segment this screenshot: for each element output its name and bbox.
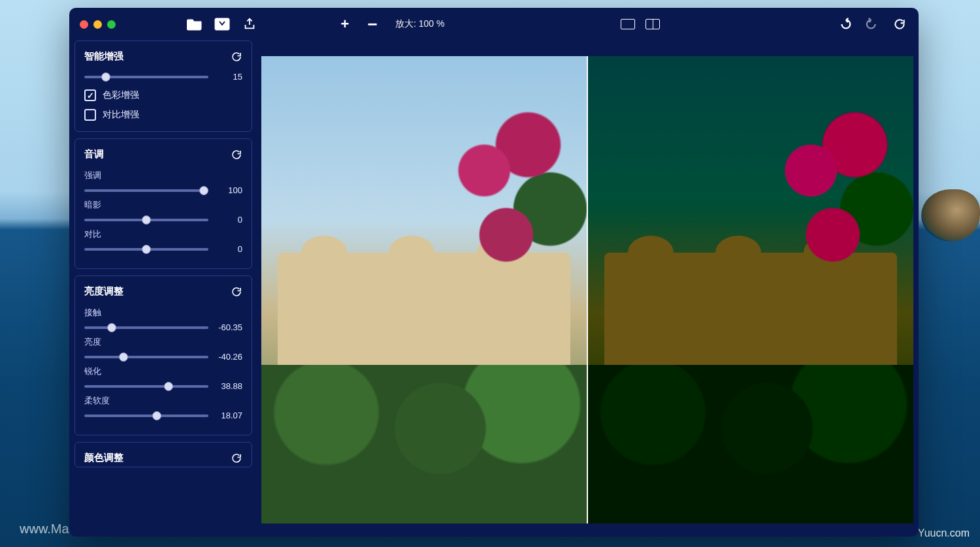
revert-button[interactable] <box>891 17 908 31</box>
slider-label: 接触 <box>84 307 242 319</box>
slider-label: 强调 <box>84 170 242 181</box>
reset-icon[interactable] <box>231 51 242 63</box>
panel-title: 亮度调整 <box>84 285 123 298</box>
panel-smart-enhance: 智能增强 15 色彩增强 <box>74 40 252 132</box>
checkbox-label: 对比增强 <box>103 109 139 121</box>
slider-value: 0 <box>214 215 242 225</box>
titlebar: + + − 放大: 100 % <box>69 8 919 40</box>
desktop-island <box>921 189 980 242</box>
checkbox-color-enhance[interactable]: 色彩增强 <box>84 89 242 101</box>
panel-brightness: 亮度调整 接触 -60.35 亮度 <box>74 275 252 435</box>
brightness-slider[interactable] <box>84 356 208 358</box>
reset-icon[interactable] <box>231 452 242 464</box>
maximize-window-button[interactable] <box>107 20 116 29</box>
sidebar[interactable]: 智能增强 15 色彩增强 <box>74 40 252 531</box>
close-window-button[interactable] <box>80 20 88 29</box>
slider-value: 15 <box>214 72 242 82</box>
window-controls <box>80 20 116 29</box>
preview-area <box>261 40 913 531</box>
split-view-button[interactable] <box>645 19 660 29</box>
checkbox-label: 色彩增强 <box>103 89 139 101</box>
checkbox-contrast-enhance[interactable]: 对比增强 <box>84 109 242 121</box>
redo-button[interactable] <box>864 17 881 31</box>
slider-value: 100 <box>214 185 242 195</box>
zoom-toolbar-group: + − 放大: 100 % <box>336 17 444 31</box>
zoom-in-button[interactable]: + <box>336 17 353 31</box>
file-toolbar-group: + <box>186 17 258 31</box>
contrast-slider[interactable] <box>84 248 208 251</box>
svg-text:+: + <box>197 22 201 29</box>
panel-title: 智能增强 <box>84 50 123 63</box>
app-window: + + − 放大: 100 % <box>69 8 919 537</box>
checkbox-icon <box>84 109 96 121</box>
preview-after[interactable] <box>588 56 913 524</box>
slider-label: 对比 <box>84 228 242 240</box>
slider-value: 18.07 <box>214 411 242 420</box>
slider-value: 0 <box>214 244 242 254</box>
checkbox-icon <box>84 89 96 101</box>
reset-icon[interactable] <box>231 286 242 298</box>
exposure-slider[interactable] <box>84 326 208 329</box>
slider-label: 锐化 <box>84 366 242 377</box>
preview-split <box>261 56 913 524</box>
save-icon[interactable] <box>214 17 231 31</box>
zoom-out-button[interactable]: − <box>364 17 381 31</box>
softness-slider[interactable] <box>84 414 208 417</box>
panel-color: 颜色调整 <box>74 442 252 467</box>
minimize-window-button[interactable] <box>93 20 102 29</box>
reset-icon[interactable] <box>231 149 242 161</box>
view-toolbar-group <box>621 19 660 29</box>
slider-label: 暗影 <box>84 199 242 211</box>
smart-enhance-slider[interactable] <box>84 76 208 78</box>
preview-before[interactable] <box>261 56 587 524</box>
desktop-background: www.MacW.com Yuucn.com + <box>0 0 980 547</box>
history-toolbar-group <box>836 17 908 31</box>
slider-value: -40.26 <box>214 352 242 362</box>
highlights-slider[interactable] <box>84 189 208 192</box>
slider-value: 38.88 <box>214 381 242 391</box>
slider-value: -60.35 <box>214 322 242 332</box>
panel-title: 颜色调整 <box>84 452 123 464</box>
watermark-right: Yuucn.com <box>918 527 970 539</box>
panel-title: 音调 <box>84 148 104 161</box>
undo-button[interactable] <box>836 17 853 31</box>
slider-label: 亮度 <box>84 336 242 348</box>
panel-tone: 音调 强调 100 暗影 <box>74 138 252 269</box>
sharpen-slider[interactable] <box>84 385 208 388</box>
open-folder-icon[interactable]: + <box>186 17 203 31</box>
single-view-button[interactable] <box>621 19 635 29</box>
zoom-label: 放大: 100 % <box>395 18 444 30</box>
shadows-slider[interactable] <box>84 219 208 221</box>
slider-label: 柔软度 <box>84 395 242 407</box>
share-icon[interactable] <box>241 17 258 31</box>
